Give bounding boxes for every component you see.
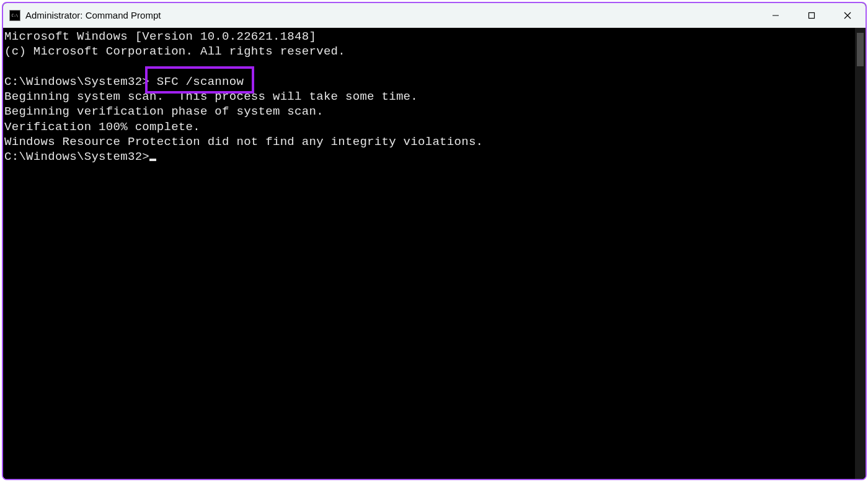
cmd-icon [9, 10, 20, 21]
typed-command: SFC /scannow [149, 75, 251, 89]
window-controls [758, 3, 866, 27]
close-icon [844, 12, 851, 19]
prompt-path: C:\Windows\System32> [4, 75, 149, 89]
terminal-output[interactable]: Microsoft Windows [Version 10.0.22621.18… [3, 28, 855, 479]
prompt-path: C:\Windows\System32> [4, 150, 149, 164]
scrollbar[interactable] [855, 28, 866, 479]
cursor [149, 159, 156, 161]
blank-line [4, 59, 854, 74]
output-line: Verification 100% complete. [4, 120, 854, 134]
window-title: Administrator: Command Prompt [25, 10, 758, 20]
scrollbar-thumb[interactable] [857, 33, 864, 66]
version-line: Microsoft Windows [Version 10.0.22621.18… [4, 29, 854, 44]
maximize-icon [808, 12, 815, 19]
copyright-line: (c) Microsoft Corporation. All rights re… [4, 44, 854, 59]
svg-rect-1 [809, 12, 815, 18]
output-line: Beginning system scan. This process will… [4, 89, 854, 104]
maximize-button[interactable] [794, 3, 830, 27]
command-prompt-window: Administrator: Command Prompt Microsoft … [2, 2, 867, 480]
output-line: Beginning verification phase of system s… [4, 104, 854, 119]
output-line: Windows Resource Protection did not find… [4, 134, 854, 149]
close-button[interactable] [830, 3, 866, 27]
minimize-button[interactable] [758, 3, 794, 27]
titlebar[interactable]: Administrator: Command Prompt [3, 3, 866, 28]
command-line-1: C:\Windows\System32> SFC /scannow [4, 74, 854, 89]
command-line-2: C:\Windows\System32> [4, 149, 854, 164]
minimize-icon [772, 12, 779, 19]
terminal-area: Microsoft Windows [Version 10.0.22621.18… [3, 28, 866, 479]
